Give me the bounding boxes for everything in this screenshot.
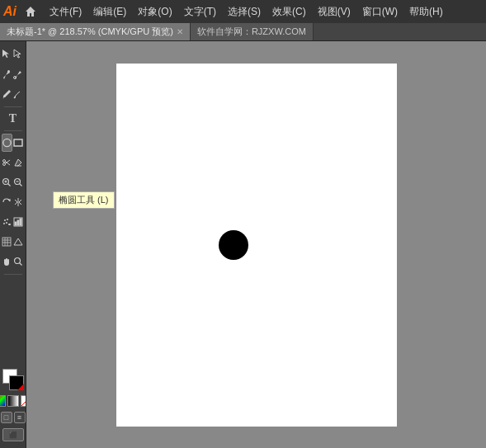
svg-point-17 bbox=[4, 219, 6, 221]
menu-view[interactable]: 视图(V) bbox=[313, 3, 356, 21]
tab-label-secondary: 软件自学网：RJZXW.COM bbox=[197, 26, 306, 38]
tool-tooltip: 椭圆工具 (L) bbox=[53, 191, 115, 209]
ai-logo: Ai bbox=[3, 4, 17, 19]
rectangle-tool[interactable] bbox=[13, 134, 24, 152]
ellipse-tool[interactable] bbox=[2, 134, 12, 152]
artboard[interactable] bbox=[116, 64, 397, 427]
tab-active[interactable]: 未标题-1* @ 218.57% (CMYK/GPU 预览) ✕ bbox=[0, 23, 191, 40]
main-layout: T bbox=[0, 41, 486, 448]
home-button[interactable] bbox=[21, 2, 40, 21]
svg-line-32 bbox=[20, 263, 22, 266]
type-tool[interactable]: T bbox=[2, 110, 24, 128]
graph-tool[interactable] bbox=[13, 213, 24, 231]
symbol-sprayer-tool[interactable] bbox=[2, 213, 12, 231]
brush-tool[interactable] bbox=[2, 85, 12, 103]
svg-point-0 bbox=[7, 70, 10, 73]
left-toolbar: T bbox=[0, 41, 26, 448]
title-bar: Ai 文件(F) 编辑(E) 对象(O) 文字(T) 选择(S) 效果(C) 视… bbox=[0, 0, 486, 23]
zoom-in-tool[interactable] bbox=[2, 173, 12, 191]
svg-point-20 bbox=[3, 223, 5, 224]
mesh-tool[interactable] bbox=[2, 233, 12, 251]
color-section: □ ≡ ⬛ bbox=[0, 369, 26, 445]
svg-point-18 bbox=[7, 219, 8, 220]
svg-rect-3 bbox=[14, 139, 22, 146]
pen-tool[interactable] bbox=[2, 65, 12, 83]
tab-label-active: 未标题-1* @ 218.57% (CMYK/GPU 预览) bbox=[7, 26, 173, 38]
svg-rect-23 bbox=[15, 222, 17, 225]
menu-file[interactable]: 文件(F) bbox=[45, 3, 87, 21]
selection-tool[interactable] bbox=[2, 45, 12, 63]
stroke-fill-indicator[interactable] bbox=[2, 369, 24, 390]
canvas-area[interactable]: 椭圆工具 (L) bbox=[26, 41, 486, 448]
tab-bar: 未标题-1* @ 218.57% (CMYK/GPU 预览) ✕ 软件自学网：R… bbox=[0, 23, 486, 41]
menu-bar: 文件(F) 编辑(E) 对象(O) 文字(T) 选择(S) 效果(C) 视图(V… bbox=[45, 3, 448, 21]
svg-line-10 bbox=[8, 184, 11, 186]
zoom-tool[interactable] bbox=[13, 252, 24, 271]
menu-edit[interactable]: 编辑(E) bbox=[88, 3, 131, 21]
anchor-point-tool[interactable] bbox=[13, 65, 24, 83]
direct-selection-tool[interactable] bbox=[13, 45, 24, 63]
none-mode-button[interactable] bbox=[21, 395, 27, 407]
menu-text[interactable]: 文字(T) bbox=[179, 3, 221, 21]
svg-rect-21 bbox=[8, 224, 11, 225]
rotate-tool[interactable] bbox=[2, 193, 12, 211]
svg-rect-26 bbox=[2, 238, 11, 246]
svg-line-14 bbox=[20, 184, 22, 186]
toggle-visibility[interactable]: ≡ bbox=[14, 412, 26, 423]
reflect-tool[interactable] bbox=[13, 193, 24, 211]
gradient-mode-button[interactable] bbox=[7, 395, 19, 407]
tool-group-select bbox=[0, 45, 26, 63]
pencil-tool[interactable] bbox=[13, 85, 24, 103]
black-circle-shape bbox=[219, 230, 248, 260]
perspective-tool[interactable] bbox=[13, 233, 24, 251]
eraser-tool[interactable] bbox=[13, 153, 24, 172]
change-screen-mode[interactable]: □ bbox=[1, 412, 12, 423]
menu-object[interactable]: 对象(O) bbox=[133, 3, 177, 21]
hand-tool[interactable] bbox=[2, 252, 12, 271]
menu-window[interactable]: 窗口(W) bbox=[357, 3, 403, 21]
menu-select[interactable]: 选择(S) bbox=[223, 3, 266, 21]
svg-point-31 bbox=[15, 258, 21, 264]
color-mode-button[interactable] bbox=[0, 395, 6, 407]
color-mode-icons bbox=[0, 395, 26, 407]
menu-effect[interactable]: 效果(C) bbox=[267, 3, 311, 21]
artboard-navigation[interactable]: ⬛ bbox=[2, 428, 24, 441]
zoom-out-tool[interactable] bbox=[13, 173, 24, 191]
svg-rect-25 bbox=[20, 219, 21, 225]
svg-rect-24 bbox=[17, 220, 19, 225]
scissors-tool[interactable] bbox=[2, 153, 12, 172]
svg-point-2 bbox=[2, 139, 10, 146]
tab-secondary[interactable]: 软件自学网：RJZXW.COM bbox=[191, 23, 314, 40]
svg-point-19 bbox=[6, 222, 7, 224]
menu-help[interactable]: 帮助(H) bbox=[404, 3, 448, 21]
tab-close-button[interactable]: ✕ bbox=[177, 27, 183, 36]
